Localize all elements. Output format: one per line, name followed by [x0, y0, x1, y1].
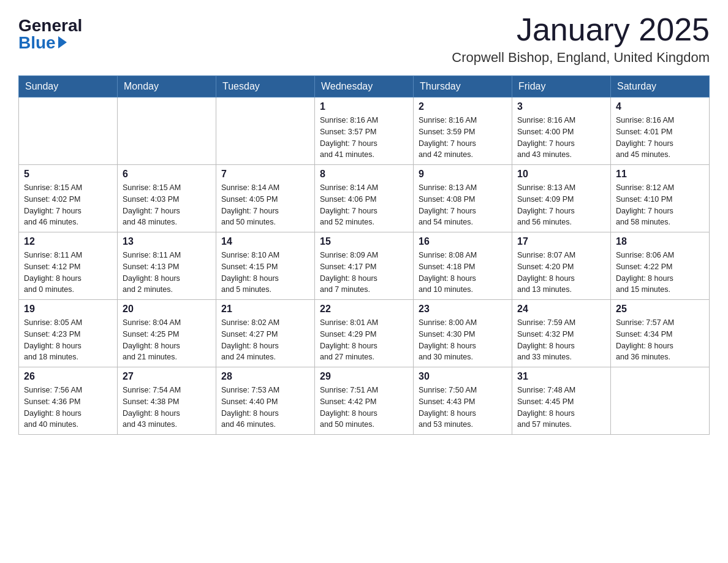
calendar-cell: 8Sunrise: 8:14 AMSunset: 4:06 PMDaylight… — [315, 165, 414, 232]
calendar-cell: 20Sunrise: 8:04 AMSunset: 4:25 PMDayligh… — [118, 300, 216, 367]
day-number: 1 — [320, 101, 408, 112]
day-number: 3 — [517, 101, 605, 112]
day-number: 21 — [221, 304, 309, 315]
day-number: 29 — [320, 371, 408, 382]
calendar-cell: 6Sunrise: 8:15 AMSunset: 4:03 PMDaylight… — [118, 165, 216, 232]
calendar-cell: 1Sunrise: 8:16 AMSunset: 3:57 PMDaylight… — [315, 98, 414, 165]
day-info: Sunrise: 7:59 AMSunset: 4:32 PMDaylight:… — [517, 317, 605, 363]
day-info: Sunrise: 8:04 AMSunset: 4:25 PMDaylight:… — [123, 317, 211, 363]
day-info: Sunrise: 8:02 AMSunset: 4:27 PMDaylight:… — [221, 317, 309, 363]
day-number: 19 — [24, 304, 112, 315]
calendar-cell: 26Sunrise: 7:56 AMSunset: 4:36 PMDayligh… — [19, 367, 118, 435]
title-area: January 2025 Cropwell Bishop, England, U… — [452, 12, 710, 66]
calendar-week-row: 26Sunrise: 7:56 AMSunset: 4:36 PMDayligh… — [19, 367, 710, 435]
day-number: 12 — [24, 236, 112, 247]
day-info: Sunrise: 8:16 AMSunset: 3:57 PMDaylight:… — [320, 115, 408, 161]
day-info: Sunrise: 7:50 AMSunset: 4:43 PMDaylight:… — [419, 385, 507, 431]
calendar-cell: 7Sunrise: 8:14 AMSunset: 4:05 PMDaylight… — [216, 165, 315, 232]
calendar-header-row: SundayMondayTuesdayWednesdayThursdayFrid… — [19, 76, 710, 98]
calendar-cell: 13Sunrise: 8:11 AMSunset: 4:13 PMDayligh… — [118, 232, 216, 300]
day-info: Sunrise: 8:13 AMSunset: 4:09 PMDaylight:… — [517, 182, 605, 228]
day-info: Sunrise: 7:56 AMSunset: 4:36 PMDaylight:… — [24, 385, 112, 431]
day-number: 5 — [24, 169, 112, 180]
day-info: Sunrise: 8:11 AMSunset: 4:13 PMDaylight:… — [123, 250, 211, 296]
calendar-cell: 24Sunrise: 7:59 AMSunset: 4:32 PMDayligh… — [512, 300, 611, 367]
day-info: Sunrise: 7:48 AMSunset: 4:45 PMDaylight:… — [517, 385, 605, 431]
calendar-cell: 30Sunrise: 7:50 AMSunset: 4:43 PMDayligh… — [414, 367, 512, 435]
day-number: 8 — [320, 169, 408, 180]
day-number: 14 — [221, 236, 309, 247]
day-info: Sunrise: 8:14 AMSunset: 4:06 PMDaylight:… — [320, 182, 408, 228]
calendar-cell — [19, 98, 118, 165]
calendar-cell: 10Sunrise: 8:13 AMSunset: 4:09 PMDayligh… — [512, 165, 611, 232]
calendar-cell — [611, 367, 710, 435]
day-number: 2 — [419, 101, 507, 112]
page-header: General Blue January 2025 Cropwell Bisho… — [18, 12, 710, 66]
day-number: 15 — [320, 236, 408, 247]
day-info: Sunrise: 8:16 AMSunset: 3:59 PMDaylight:… — [419, 115, 507, 161]
day-info: Sunrise: 8:07 AMSunset: 4:20 PMDaylight:… — [517, 250, 605, 296]
day-number: 20 — [123, 304, 211, 315]
calendar-week-row: 1Sunrise: 8:16 AMSunset: 3:57 PMDaylight… — [19, 98, 710, 165]
day-number: 22 — [320, 304, 408, 315]
weekday-header-monday: Monday — [118, 76, 216, 98]
location-title: Cropwell Bishop, England, United Kingdom — [452, 50, 710, 66]
day-number: 16 — [419, 236, 507, 247]
day-number: 9 — [419, 169, 507, 180]
day-number: 4 — [616, 101, 704, 112]
day-info: Sunrise: 8:13 AMSunset: 4:08 PMDaylight:… — [419, 182, 507, 228]
calendar-cell: 17Sunrise: 8:07 AMSunset: 4:20 PMDayligh… — [512, 232, 611, 300]
weekday-header-wednesday: Wednesday — [315, 76, 414, 98]
calendar-cell: 12Sunrise: 8:11 AMSunset: 4:12 PMDayligh… — [19, 232, 118, 300]
calendar-cell: 25Sunrise: 7:57 AMSunset: 4:34 PMDayligh… — [611, 300, 710, 367]
day-info: Sunrise: 8:06 AMSunset: 4:22 PMDaylight:… — [616, 250, 704, 296]
day-info: Sunrise: 8:05 AMSunset: 4:23 PMDaylight:… — [24, 317, 112, 363]
calendar-cell: 16Sunrise: 8:08 AMSunset: 4:18 PMDayligh… — [414, 232, 512, 300]
calendar-cell — [118, 98, 216, 165]
calendar-week-row: 19Sunrise: 8:05 AMSunset: 4:23 PMDayligh… — [19, 300, 710, 367]
day-number: 31 — [517, 371, 605, 382]
day-info: Sunrise: 8:15 AMSunset: 4:03 PMDaylight:… — [123, 182, 211, 228]
day-info: Sunrise: 8:11 AMSunset: 4:12 PMDaylight:… — [24, 250, 112, 296]
day-info: Sunrise: 7:54 AMSunset: 4:38 PMDaylight:… — [123, 385, 211, 431]
calendar-cell: 5Sunrise: 8:15 AMSunset: 4:02 PMDaylight… — [19, 165, 118, 232]
weekday-header-saturday: Saturday — [611, 76, 710, 98]
day-info: Sunrise: 8:09 AMSunset: 4:17 PMDaylight:… — [320, 250, 408, 296]
day-info: Sunrise: 8:14 AMSunset: 4:05 PMDaylight:… — [221, 182, 309, 228]
logo: General Blue — [18, 12, 82, 52]
day-number: 30 — [419, 371, 507, 382]
calendar-cell: 4Sunrise: 8:16 AMSunset: 4:01 PMDaylight… — [611, 98, 710, 165]
day-number: 26 — [24, 371, 112, 382]
day-number: 11 — [616, 169, 704, 180]
day-info: Sunrise: 8:16 AMSunset: 4:00 PMDaylight:… — [517, 115, 605, 161]
day-info: Sunrise: 8:00 AMSunset: 4:30 PMDaylight:… — [419, 317, 507, 363]
day-number: 17 — [517, 236, 605, 247]
calendar-cell: 27Sunrise: 7:54 AMSunset: 4:38 PMDayligh… — [118, 367, 216, 435]
logo-triangle-icon — [58, 36, 67, 48]
calendar-cell: 23Sunrise: 8:00 AMSunset: 4:30 PMDayligh… — [414, 300, 512, 367]
day-number: 25 — [616, 304, 704, 315]
logo-blue-row: Blue — [18, 34, 67, 52]
calendar-cell: 11Sunrise: 8:12 AMSunset: 4:10 PMDayligh… — [611, 165, 710, 232]
day-number: 24 — [517, 304, 605, 315]
day-info: Sunrise: 8:08 AMSunset: 4:18 PMDaylight:… — [419, 250, 507, 296]
calendar-table: SundayMondayTuesdayWednesdayThursdayFrid… — [18, 75, 710, 435]
day-number: 6 — [123, 169, 211, 180]
calendar-cell: 22Sunrise: 8:01 AMSunset: 4:29 PMDayligh… — [315, 300, 414, 367]
weekday-header-thursday: Thursday — [414, 76, 512, 98]
day-number: 28 — [221, 371, 309, 382]
calendar-cell: 14Sunrise: 8:10 AMSunset: 4:15 PMDayligh… — [216, 232, 315, 300]
month-title: January 2025 — [452, 12, 710, 47]
calendar-week-row: 5Sunrise: 8:15 AMSunset: 4:02 PMDaylight… — [19, 165, 710, 232]
calendar-cell: 19Sunrise: 8:05 AMSunset: 4:23 PMDayligh… — [19, 300, 118, 367]
calendar-cell: 18Sunrise: 8:06 AMSunset: 4:22 PMDayligh… — [611, 232, 710, 300]
day-info: Sunrise: 7:57 AMSunset: 4:34 PMDaylight:… — [616, 317, 704, 363]
day-number: 7 — [221, 169, 309, 180]
day-info: Sunrise: 8:10 AMSunset: 4:15 PMDaylight:… — [221, 250, 309, 296]
calendar-cell: 2Sunrise: 8:16 AMSunset: 3:59 PMDaylight… — [414, 98, 512, 165]
weekday-header-friday: Friday — [512, 76, 611, 98]
calendar-cell: 21Sunrise: 8:02 AMSunset: 4:27 PMDayligh… — [216, 300, 315, 367]
day-number: 23 — [419, 304, 507, 315]
logo-general-text: General — [18, 17, 82, 34]
day-number: 27 — [123, 371, 211, 382]
